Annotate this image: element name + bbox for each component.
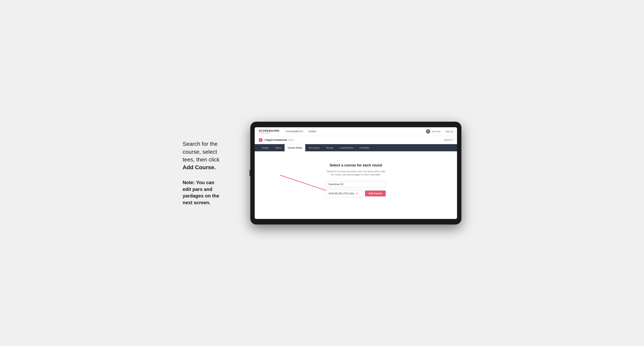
tablet-screen: SCOREBOARD Powered by clippd TOURNAMENTS… [255, 127, 457, 219]
tab-results[interactable]: Results [323, 144, 336, 151]
tab-teams[interactable]: Teams [272, 144, 284, 151]
annotation-main: Search for the course, select tees, then… [182, 140, 238, 171]
tab-tee-groups[interactable]: Tee Groups [305, 144, 323, 151]
logo-sub: Powered by clippd [259, 132, 280, 134]
nav-right: R Test User | Sign out [426, 129, 453, 134]
user-name: Test User [432, 131, 440, 133]
tournament-title: Clippd Invitational [265, 138, 287, 141]
separator: | [443, 131, 444, 133]
tab-details[interactable]: Details [259, 144, 272, 151]
content-title: Select a course for each round [330, 163, 382, 168]
note-line4: next screen. [182, 200, 210, 205]
cancel-button[interactable]: Cancel ✕ [444, 139, 453, 141]
content-description: Search for a course and select a tee. Yo… [326, 170, 386, 176]
sign-out-link[interactable]: Sign out [446, 131, 453, 133]
tee-dropdown-icon[interactable]: ⌃⌄ [359, 191, 361, 196]
logo-area: SCOREBOARD Powered by clippd [259, 129, 280, 134]
annotation-line3: tees, then click [182, 157, 220, 163]
tournament-header: C Clippd Invitational (Men) Cancel ✕ [255, 136, 457, 144]
course-search-input[interactable] [326, 181, 386, 187]
annotation-cta: Add Course. [182, 164, 216, 171]
note-line1: Note: You can [182, 180, 214, 185]
navbar: SCOREBOARD Powered by clippd TOURNAMENTS… [255, 127, 457, 136]
annotation-line1: Search for the [182, 141, 218, 147]
tab-nav: Details Teams Course Setup Tee Groups Re… [255, 144, 457, 151]
nav-tournaments[interactable]: TOURNAMENTS [285, 130, 303, 133]
add-course-button[interactable]: Add Course [365, 190, 386, 196]
main-content: Select a course for each round Search fo… [255, 151, 457, 219]
tournament-subtitle: (Men) [288, 139, 294, 141]
nav-teams[interactable]: TEAMS [308, 130, 316, 133]
tablet-side-button [250, 170, 250, 176]
tab-course-setup[interactable]: Course Setup [284, 144, 305, 151]
annotation-note: Note: You can edit pars and yardages on … [182, 179, 238, 206]
cancel-icon: ✕ [451, 139, 453, 141]
cancel-label: Cancel [444, 139, 451, 141]
annotation-line2: course, select [182, 149, 217, 155]
tee-select-wrapper[interactable]: Gold (M) (M) (7010 yds) ✕ ⌃⌄ [326, 189, 364, 197]
note-line3: yardages on the [182, 193, 219, 198]
tablet-device: SCOREBOARD Powered by clippd TOURNAMENTS… [250, 122, 462, 224]
tee-select-row: Gold (M) (M) (7010 yds) ✕ ⌃⌄ Add Course [326, 189, 386, 197]
left-annotations: Search for the course, select tees, then… [182, 140, 238, 206]
tee-select-value: Gold (M) (M) (7010 yds) [328, 192, 356, 195]
logo-text: SCOREBOARD [259, 129, 280, 132]
user-avatar: R [426, 129, 430, 134]
note-line2: edit pars and [182, 186, 212, 192]
tournament-icon: C [259, 138, 263, 142]
tab-leaderboards[interactable]: Leaderboards [336, 144, 356, 151]
tab-printables[interactable]: Printables [356, 144, 372, 151]
tee-select-controls: ✕ ⌃⌄ [356, 191, 361, 196]
nav-links: TOURNAMENTS TEAMS [285, 130, 426, 133]
tee-clear-icon[interactable]: ✕ [356, 192, 358, 195]
